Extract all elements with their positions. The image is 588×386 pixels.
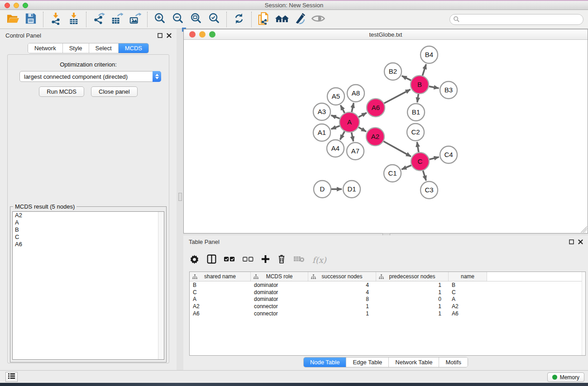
graph-node-A3[interactable]: A3: [313, 103, 330, 120]
graph-node-B4[interactable]: B4: [421, 46, 438, 63]
graph-edge-A-A5[interactable]: [340, 105, 344, 113]
resize-grip[interactable]: [581, 226, 587, 233]
export-network-button[interactable]: [90, 11, 108, 28]
criterion-dropdown[interactable]: largest connected component (directed): [19, 71, 161, 82]
graph-node-B[interactable]: B: [411, 76, 429, 94]
column-selector-button[interactable]: [207, 254, 216, 266]
graph-edge-B-B4[interactable]: [422, 64, 426, 76]
open-session-button[interactable]: [4, 11, 22, 28]
zoom-out-button[interactable]: [169, 11, 187, 28]
tab-network-table[interactable]: Network Table: [389, 357, 439, 367]
graph-node-B2[interactable]: B2: [384, 63, 402, 80]
table-cell-predecessor-nodes[interactable]: 0: [376, 296, 449, 302]
column-header-mcds-role[interactable]: MCDS role: [251, 272, 308, 281]
graph-node-C2[interactable]: C2: [407, 124, 424, 141]
tab-network[interactable]: Network: [28, 43, 63, 53]
zoom-fit-button[interactable]: [187, 11, 205, 28]
table-row[interactable]: Cdominator41C: [190, 289, 585, 296]
table-cell-mcds-role[interactable]: connector: [251, 310, 308, 317]
tab-node-table[interactable]: Node Table: [304, 357, 347, 367]
graphics-details-button[interactable]: [291, 11, 309, 28]
table-row[interactable]: A2connector11A2: [190, 303, 585, 310]
close-panel-icon[interactable]: [577, 238, 583, 245]
graph-node-C[interactable]: C: [411, 152, 429, 171]
zoom-in-button[interactable]: [151, 11, 169, 28]
graph-edge-C-C4[interactable]: [429, 157, 439, 159]
cybrowser-home-button[interactable]: [273, 11, 291, 28]
graph-node-A6[interactable]: A6: [367, 99, 385, 117]
memory-button[interactable]: Memory: [547, 372, 584, 382]
table-cell-successor-nodes[interactable]: 1: [308, 310, 376, 317]
graph-edge-A-A8[interactable]: [352, 103, 354, 112]
run-mcds-button[interactable]: Run MCDS: [39, 86, 84, 97]
table-cell-shared-name[interactable]: A6: [190, 310, 251, 317]
table-settings-button[interactable]: [190, 254, 199, 266]
graph-edge-C-C2[interactable]: [417, 142, 418, 152]
graph-edge-A-A1[interactable]: [331, 126, 340, 129]
column-header-successor-nodes[interactable]: successor nodes: [308, 272, 376, 281]
hide-show-button[interactable]: [309, 11, 327, 28]
import-network-button[interactable]: [47, 11, 65, 28]
graph-edge-A-A7[interactable]: [352, 133, 354, 142]
network-graph[interactable]: B4B2BB3A8A5A6A3B1AA1C2A2A4A7C4CC1C3DD1: [184, 40, 588, 233]
export-image-button[interactable]: [126, 11, 144, 28]
graph-node-A[interactable]: A: [339, 112, 359, 132]
list-scrollbar[interactable]: [158, 212, 164, 359]
float-panel-icon[interactable]: [157, 32, 163, 38]
column-header-predecessor-nodes[interactable]: predecessor nodes: [376, 272, 449, 281]
table-row[interactable]: A6connector11A6: [190, 310, 585, 317]
app-titlebar[interactable]: Session: New Session: [0, 0, 588, 10]
column-header-name[interactable]: name: [449, 272, 487, 281]
network-canvas[interactable]: B4B2BB3A8A5A6A3B1AA1C2A2A4A7C4CC1C3DD1: [184, 40, 588, 233]
table-cell-successor-nodes[interactable]: 4: [308, 289, 376, 295]
graph-edge-B-B3[interactable]: [429, 86, 439, 88]
table-cell-name[interactable]: A: [449, 296, 487, 302]
close-panel-button[interactable]: Close panel: [91, 86, 138, 97]
float-panel-icon[interactable]: [568, 238, 574, 245]
table-cell-shared-name[interactable]: C: [190, 289, 251, 295]
deselect-all-button[interactable]: [243, 256, 253, 264]
export-table-button[interactable]: [108, 11, 126, 28]
graph-edge-C-C1[interactable]: [402, 165, 411, 169]
graph-node-D[interactable]: D: [314, 181, 331, 198]
table-cell-mcds-role[interactable]: connector: [251, 303, 308, 310]
graph-node-A8[interactable]: A8: [347, 85, 364, 102]
graph-node-C4[interactable]: C4: [440, 146, 457, 163]
delete-row-button[interactable]: [277, 254, 286, 266]
tab-edge-table[interactable]: Edge Table: [346, 357, 389, 367]
tab-motifs[interactable]: Motifs: [439, 357, 468, 367]
table-cell-name[interactable]: A6: [449, 310, 487, 317]
table-cell-shared-name[interactable]: B: [190, 282, 251, 288]
task-history-button[interactable]: [5, 372, 18, 382]
select-all-button[interactable]: [224, 256, 235, 264]
graph-node-D1[interactable]: D1: [343, 181, 360, 198]
graph-edge-A-A6[interactable]: [359, 113, 367, 117]
table-scrollbar[interactable]: [582, 272, 585, 355]
table-cell-name[interactable]: A2: [449, 303, 487, 310]
table-cell-successor-nodes[interactable]: 4: [308, 282, 376, 288]
graph-node-C1[interactable]: C1: [384, 165, 401, 182]
graph-edge-A6-B[interactable]: [384, 90, 411, 104]
zoom-selected-button[interactable]: [205, 11, 223, 28]
graph-edge-A-A3[interactable]: [331, 115, 340, 119]
table-cell-mcds-role[interactable]: dominator: [251, 289, 308, 295]
graph-node-A2[interactable]: A2: [366, 128, 384, 146]
table-cell-mcds-role[interactable]: dominator: [251, 296, 308, 302]
graph-node-A4[interactable]: A4: [327, 140, 344, 157]
close-panel-icon[interactable]: [166, 32, 172, 38]
table-cell-predecessor-nodes[interactable]: 1: [376, 289, 449, 295]
vertical-split-handle[interactable]: [178, 193, 182, 201]
graph-edge-A2-C[interactable]: [383, 141, 411, 157]
table-row[interactable]: Bdominator41B: [190, 281, 585, 289]
graph-edge-B-B1[interactable]: [417, 94, 418, 102]
graph-edge-A-A2[interactable]: [359, 127, 366, 131]
table-cell-name[interactable]: C: [449, 289, 487, 295]
tab-mcds[interactable]: MCDS: [119, 43, 148, 53]
node-table[interactable]: shared nameMCDS rolesuccessor nodesprede…: [189, 272, 586, 356]
new-network-from-selection-button[interactable]: [255, 11, 273, 28]
graph-node-A5[interactable]: A5: [327, 88, 344, 105]
tab-style[interactable]: Style: [63, 43, 89, 53]
function-builder-button[interactable]: f(x): [312, 255, 326, 265]
table-cell-predecessor-nodes[interactable]: 1: [376, 310, 449, 317]
table-cell-successor-nodes[interactable]: 8: [308, 296, 376, 302]
